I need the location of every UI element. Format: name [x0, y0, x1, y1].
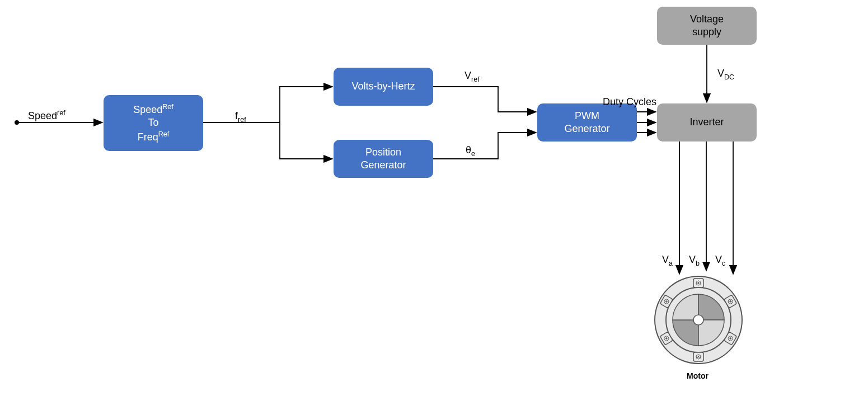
va-label: Va: [662, 254, 673, 267]
motor-label: Motor: [687, 371, 709, 380]
theta-e-label: θe: [466, 144, 475, 158]
svg-point-1: [15, 120, 19, 125]
text: PWM: [575, 110, 599, 121]
svg-rect-14: [693, 279, 703, 287]
svg-point-20: [696, 281, 701, 285]
svg-point-28: [663, 336, 669, 342]
svg-point-11: [655, 276, 742, 364]
diagram-connections: [0, 0, 868, 396]
duty-cycles-label: Duty Cycles: [603, 96, 656, 108]
svg-rect-16: [724, 295, 737, 308]
svg-rect-18: [724, 332, 737, 345]
svg-line-26: [729, 300, 733, 304]
vb-label: Vb: [689, 254, 700, 267]
text: Generator: [360, 159, 406, 171]
svg-point-22: [696, 355, 701, 359]
text: Voltage: [690, 13, 724, 25]
pwm-generator-block: PWM Generator: [537, 103, 637, 142]
svg-line-27: [729, 300, 733, 304]
motor-icon: [655, 276, 742, 364]
svg-point-31: [730, 337, 731, 339]
text-sup: Ref: [162, 103, 173, 111]
svg-line-34: [664, 300, 668, 304]
svg-point-32: [663, 299, 669, 305]
v-ref-label: Vref: [465, 70, 480, 83]
voltage-supply-block: Voltage supply: [657, 7, 757, 45]
vc-label: Vc: [715, 254, 725, 267]
svg-point-25: [728, 299, 734, 305]
text-sup: Ref: [158, 130, 170, 138]
svg-point-30: [728, 336, 734, 342]
text: Position: [365, 147, 401, 158]
text: To: [148, 117, 158, 128]
svg-point-21: [698, 282, 699, 284]
volts-by-hertz-block: Volts-by-Hertz: [334, 68, 433, 106]
text: Volts-by-Hertz: [351, 80, 415, 93]
svg-line-23: [697, 356, 700, 359]
text: Inverter: [689, 116, 724, 129]
svg-line-33: [664, 300, 668, 304]
svg-point-29: [665, 337, 667, 339]
text: Speed: [133, 104, 162, 115]
svg-point-13: [693, 315, 703, 325]
position-generator-block: Position Generator: [334, 140, 433, 178]
text: Freq: [138, 131, 158, 143]
svg-rect-19: [660, 295, 673, 308]
speed-ref-label: Speedref: [28, 109, 65, 122]
text: supply: [692, 26, 721, 37]
svg-point-12: [666, 287, 731, 352]
svg-line-24: [697, 356, 700, 359]
speed-to-freq-block: SpeedRef To FreqRef: [104, 95, 203, 151]
text: Generator: [564, 123, 609, 134]
svg-rect-17: [660, 332, 673, 345]
vdc-label: VDC: [717, 68, 734, 81]
svg-rect-15: [693, 352, 703, 361]
f-ref-label: fref: [235, 110, 246, 124]
inverter-block: Inverter: [657, 103, 757, 142]
